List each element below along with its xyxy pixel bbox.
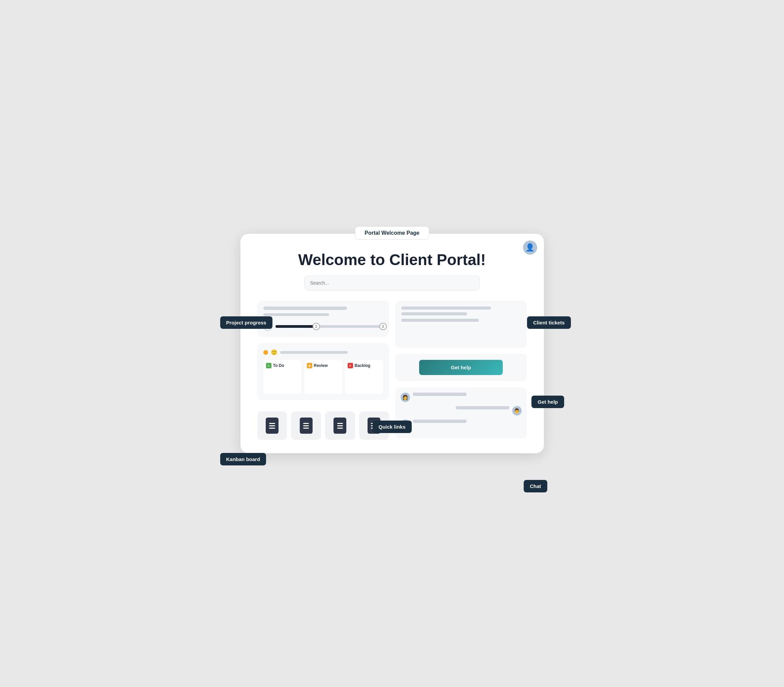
backlog-label: Backlog [355, 363, 371, 368]
search-input[interactable] [304, 276, 480, 290]
ct-bar-1 [401, 307, 491, 310]
kanban-col-todo-header: + To Do [266, 363, 299, 368]
progress-marker-3: 3 [380, 323, 387, 330]
chat-avatar-2: 👨 [512, 406, 522, 416]
doc-icon-1 [266, 417, 279, 434]
left-col: ✓ 2 3 🙂 [257, 301, 389, 440]
ct-bar-3 [401, 319, 479, 322]
client-tickets-label: Client tickets [527, 316, 570, 329]
quick-links-label: Quick links [372, 421, 411, 433]
ct-bar-2 [401, 312, 467, 316]
chat-avatar-1: 👩 [401, 393, 410, 402]
quick-link-1[interactable] [257, 411, 287, 440]
kanban-board-label: Kanban board [220, 453, 266, 465]
quick-link-2[interactable] [291, 411, 321, 440]
right-col: Get help 👩 👨 👩 [395, 301, 527, 440]
todo-label: To Do [273, 363, 284, 368]
chat-bubble-3 [413, 419, 467, 423]
progress-track-wrap: ✓ 2 3 [263, 322, 383, 331]
review-label: Review [314, 363, 328, 368]
avatar-image: 👤 [523, 240, 537, 255]
get-help-label: Get help [531, 396, 564, 408]
chat-message-2: 👨 [401, 406, 522, 416]
doc-icon-2 [300, 417, 312, 434]
progress-track: 2 3 [276, 325, 383, 328]
kanban-smile-icon: 🙂 [271, 349, 278, 355]
backlog-icon: × [348, 363, 353, 368]
quick-link-3[interactable] [325, 411, 355, 440]
get-help-widget: Get help [395, 354, 527, 381]
doc-icon-3 [334, 417, 346, 434]
kanban-col-todo: + To Do [263, 360, 301, 394]
project-progress-label: Project progress [220, 316, 273, 329]
progress-marker-2: 2 [312, 323, 320, 330]
client-tickets-widget [395, 301, 527, 348]
chat-bubble-1 [413, 393, 467, 396]
kanban-col-backlog: × Backlog [345, 360, 383, 394]
chat-label: Chat [524, 480, 547, 492]
kanban-col-backlog-header: × Backlog [348, 363, 380, 368]
progress-fill [276, 325, 316, 328]
chat-message-1: 👩 [401, 393, 522, 402]
avatar[interactable]: 👤 [523, 240, 537, 255]
kanban-header: 🙂 [263, 349, 383, 355]
welcome-heading: Welcome to Client Portal! [257, 251, 527, 269]
quick-links-row [257, 411, 389, 440]
kanban-status-dot [263, 350, 268, 355]
review-icon: ★ [307, 363, 312, 368]
todo-icon: + [266, 363, 271, 368]
progress-title-bar [263, 307, 347, 310]
main-grid: ✓ 2 3 🙂 [257, 301, 527, 440]
project-progress-widget: ✓ 2 3 [257, 301, 389, 337]
chat-bubble-2 [455, 406, 510, 409]
kanban-col-review: ★ Review [304, 360, 342, 394]
progress-subtitle-bar [263, 313, 329, 316]
kanban-widget: 🙂 + To Do [257, 343, 389, 400]
kanban-col-review-header: ★ Review [307, 363, 340, 368]
page-title-badge: Portal Welcome Page [355, 226, 429, 240]
get-help-button[interactable]: Get help [419, 360, 503, 375]
kanban-columns: + To Do ★ Review [263, 360, 383, 394]
chat-widget: 👩 👨 👩 [395, 387, 527, 439]
kanban-title-bar [280, 351, 348, 354]
outer-wrapper: Portal Welcome Page Project progress Kan… [240, 234, 544, 453]
chat-message-3: 👩 [401, 419, 522, 429]
